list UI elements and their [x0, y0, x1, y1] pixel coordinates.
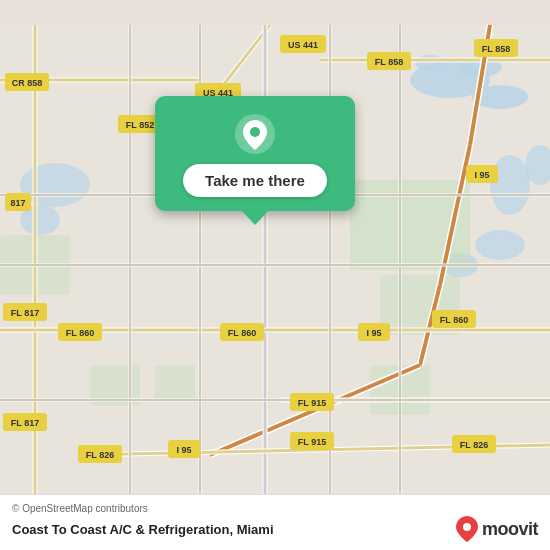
business-name-text: Coast To Coast A/C & Refrigeration: [12, 522, 229, 537]
svg-text:US 441: US 441: [288, 40, 318, 50]
map-svg: US 441 US 441 FL 858 FL 858 CR 858 FL 85…: [0, 0, 550, 550]
svg-rect-15: [155, 365, 195, 400]
business-city-sep: ,: [229, 522, 236, 537]
svg-text:I 95: I 95: [474, 170, 489, 180]
svg-text:FL 826: FL 826: [460, 440, 488, 450]
attribution-text: © OpenStreetMap contributors: [12, 503, 148, 514]
svg-text:FL 858: FL 858: [482, 44, 510, 54]
bottom-row1: © OpenStreetMap contributors: [12, 503, 538, 514]
business-row: Coast To Coast A/C & Refrigeration, Miam…: [12, 516, 538, 542]
svg-point-97: [463, 523, 471, 531]
svg-text:817: 817: [10, 198, 25, 208]
svg-text:FL 915: FL 915: [298, 398, 326, 408]
svg-text:FL 858: FL 858: [375, 57, 403, 67]
business-city-text: Miami: [237, 522, 274, 537]
svg-point-4: [415, 55, 445, 71]
svg-text:CR 858: CR 858: [12, 78, 43, 88]
svg-text:FL 852: FL 852: [126, 120, 154, 130]
svg-text:I 95: I 95: [176, 445, 191, 455]
moovit-pin-icon: [456, 516, 478, 542]
bottom-content: © OpenStreetMap contributors Coast To Co…: [12, 503, 538, 542]
svg-text:FL 817: FL 817: [11, 418, 39, 428]
svg-text:FL 817: FL 817: [11, 308, 39, 318]
svg-point-5: [490, 155, 530, 215]
moovit-text: moovit: [482, 519, 538, 540]
svg-point-96: [250, 127, 260, 137]
map-container: US 441 US 441 FL 858 FL 858 CR 858 FL 85…: [0, 0, 550, 550]
take-me-there-button[interactable]: Take me there: [183, 164, 327, 197]
svg-text:FL 860: FL 860: [440, 315, 468, 325]
svg-text:FL 826: FL 826: [86, 450, 114, 460]
svg-text:FL 915: FL 915: [298, 437, 326, 447]
svg-text:FL 860: FL 860: [228, 328, 256, 338]
svg-text:FL 860: FL 860: [66, 328, 94, 338]
svg-point-7: [475, 230, 525, 260]
bottom-bar: © OpenStreetMap contributors Coast To Co…: [0, 494, 550, 550]
location-pin-icon: [233, 112, 277, 156]
popup-card: Take me there: [155, 96, 355, 211]
moovit-logo: moovit: [456, 516, 538, 542]
business-name: Coast To Coast A/C & Refrigeration, Miam…: [12, 522, 448, 537]
svg-text:I 95: I 95: [366, 328, 381, 338]
